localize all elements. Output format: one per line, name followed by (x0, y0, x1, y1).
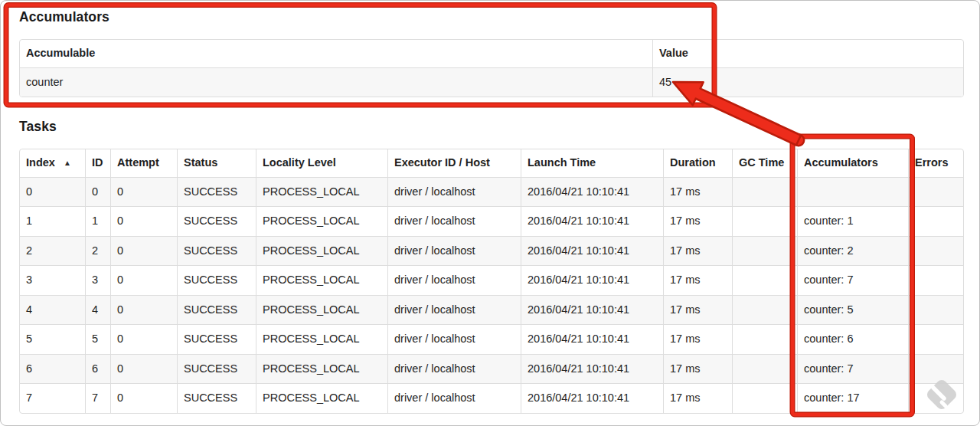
cell-status: SUCCESS (177, 237, 256, 267)
cell-locality-level: PROCESS_LOCAL (256, 207, 387, 237)
cell-accumulators: counter: 17 (797, 384, 908, 413)
cell-gc-time (732, 266, 797, 296)
cell-attempt: 0 (110, 207, 177, 237)
cell-launch-time: 2016/04/21 10:10:41 (521, 237, 663, 267)
column-header-executor-id-host[interactable]: Executor ID / Host (387, 149, 521, 178)
table-row: 440SUCCESSPROCESS_LOCALdriver / localhos… (20, 296, 963, 326)
table-row: 000SUCCESSPROCESS_LOCALdriver / localhos… (20, 178, 963, 208)
cell-index: 5 (20, 325, 85, 355)
column-header-label: Duration (670, 156, 716, 169)
cell-launch-time: 2016/04/21 10:10:41 (521, 384, 663, 413)
cell-errors (908, 325, 963, 355)
cell-executor-id-host: driver / localhost (387, 266, 521, 296)
cell-value: 45 (652, 68, 963, 97)
cell-duration: 17 ms (663, 207, 732, 237)
cell-gc-time (732, 296, 797, 326)
cell-locality-level: PROCESS_LOCAL (256, 325, 387, 355)
cell-id: 3 (85, 266, 110, 296)
column-header-label: ID (92, 156, 103, 169)
column-header-index[interactable]: Index▲ (20, 149, 85, 178)
cell-executor-id-host: driver / localhost (387, 178, 521, 208)
cell-accumulators: counter: 5 (797, 296, 908, 326)
column-header-attempt[interactable]: Attempt (110, 149, 177, 178)
column-header-duration[interactable]: Duration (663, 149, 732, 178)
cell-accumulators: counter: 6 (797, 325, 908, 355)
cell-executor-id-host: driver / localhost (387, 384, 521, 413)
cell-errors (908, 355, 963, 385)
cell-accumulators (797, 178, 908, 208)
column-header-label: Accumulable (26, 47, 95, 59)
column-header-status[interactable]: Status (177, 149, 256, 178)
cell-attempt: 0 (110, 296, 177, 326)
cell-id: 6 (85, 355, 110, 385)
column-header-accumulable[interactable]: Accumulable (20, 40, 652, 68)
cell-index: 0 (20, 178, 85, 208)
cell-executor-id-host: driver / localhost (387, 355, 521, 385)
cell-launch-time: 2016/04/21 10:10:41 (521, 178, 663, 208)
cell-launch-time: 2016/04/21 10:10:41 (521, 207, 663, 237)
column-header-label: Index (26, 156, 55, 169)
accumulators-section: Accumulators AccumulableValuecounter45 (19, 10, 961, 97)
tasks-section-title: Tasks (19, 120, 961, 134)
column-header-gc-time[interactable]: GC Time (732, 149, 797, 178)
cell-id: 4 (85, 296, 110, 326)
cell-launch-time: 2016/04/21 10:10:41 (521, 325, 663, 355)
header-row: Index▲IDAttemptStatusLocality LevelExecu… (20, 149, 963, 178)
cell-index: 4 (20, 296, 85, 326)
table-row: 550SUCCESSPROCESS_LOCALdriver / localhos… (20, 325, 963, 355)
accumulators-section-title: Accumulators (19, 10, 961, 25)
cell-duration: 17 ms (663, 266, 732, 296)
table-row: 660SUCCESSPROCESS_LOCALdriver / localhos… (20, 355, 963, 385)
cell-attempt: 0 (110, 325, 177, 355)
column-header-label: Launch Time (528, 156, 596, 169)
cell-status: SUCCESS (177, 207, 256, 237)
cell-status: SUCCESS (177, 178, 256, 208)
table-row: 220SUCCESSPROCESS_LOCALdriver / localhos… (20, 237, 963, 267)
cell-locality-level: PROCESS_LOCAL (256, 266, 387, 296)
cell-duration: 17 ms (663, 237, 732, 267)
table-row: 330SUCCESSPROCESS_LOCALdriver / localhos… (20, 266, 963, 296)
spark-ui-stage-page: Accumulators AccumulableValuecounter45 T… (0, 0, 980, 426)
cell-id: 0 (85, 178, 110, 208)
cell-errors (908, 237, 963, 267)
tasks-table: Index▲IDAttemptStatusLocality LevelExecu… (19, 149, 964, 414)
cell-gc-time (732, 355, 797, 385)
cell-errors (908, 178, 963, 208)
cell-duration: 17 ms (663, 384, 732, 413)
cell-id: 2 (85, 237, 110, 267)
cell-errors (908, 296, 963, 326)
cell-id: 7 (85, 384, 110, 413)
tasks-section: Tasks Index▲IDAttemptStatusLocality Leve… (19, 120, 961, 414)
column-header-accumulators[interactable]: Accumulators (797, 149, 908, 178)
column-header-launch-time[interactable]: Launch Time (521, 149, 663, 178)
cell-attempt: 0 (110, 237, 177, 267)
cell-errors (908, 207, 963, 237)
column-header-label: Locality Level (263, 156, 336, 169)
cell-duration: 17 ms (663, 296, 732, 326)
column-header-errors[interactable]: Errors (908, 149, 963, 178)
cell-errors (908, 266, 963, 296)
cell-gc-time (732, 325, 797, 355)
cell-accumulators: counter: 7 (797, 266, 908, 296)
cell-index: 2 (20, 237, 85, 267)
column-header-id[interactable]: ID (85, 149, 110, 178)
column-header-label: GC Time (739, 156, 784, 169)
table-row: 110SUCCESSPROCESS_LOCALdriver / localhos… (20, 207, 963, 237)
cell-index: 3 (20, 266, 85, 296)
cell-status: SUCCESS (177, 296, 256, 326)
cell-attempt: 0 (110, 384, 177, 413)
cell-status: SUCCESS (177, 355, 256, 385)
cell-id: 5 (85, 325, 110, 355)
cell-locality-level: PROCESS_LOCAL (256, 178, 387, 208)
cell-index: 7 (20, 384, 85, 413)
cell-locality-level: PROCESS_LOCAL (256, 237, 387, 267)
cell-index: 6 (20, 355, 85, 385)
column-header-value[interactable]: Value (652, 40, 963, 68)
cell-duration: 17 ms (663, 355, 732, 385)
column-header-locality-level[interactable]: Locality Level (256, 149, 387, 178)
sort-ascending-icon: ▲ (64, 156, 71, 171)
cell-accumulators: counter: 1 (797, 207, 908, 237)
column-header-label: Attempt (117, 156, 159, 169)
cell-accumulable: counter (20, 68, 652, 97)
cell-executor-id-host: driver / localhost (387, 207, 521, 237)
